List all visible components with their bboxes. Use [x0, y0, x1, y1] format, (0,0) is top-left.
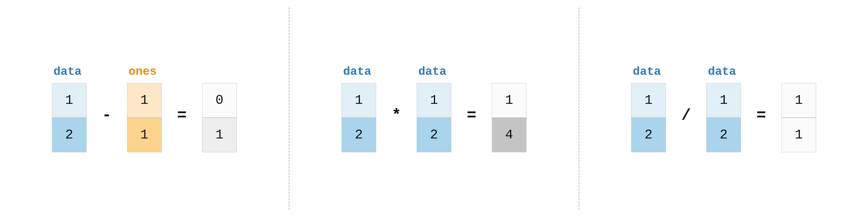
array-cell: 2: [417, 118, 451, 152]
diagram-canvas: data 1 2 - ones 1 1 = . 0 1 data: [0, 0, 868, 217]
operand-right: ones 1 1: [127, 65, 162, 152]
operand-left: data 1 2: [631, 65, 666, 152]
operand-left: data 1 2: [52, 65, 87, 152]
array-cell: 1: [706, 83, 741, 118]
array-cell: 0: [202, 83, 237, 118]
array-cell: 2: [52, 118, 87, 152]
array-cell: 1: [52, 83, 87, 118]
array: 1 2: [706, 83, 741, 152]
operand-left: data 1 2: [342, 65, 376, 152]
array: 1 1: [781, 83, 816, 152]
array-label: data: [52, 65, 82, 78]
array: 1 2: [631, 83, 666, 152]
array-label: ones: [127, 65, 157, 78]
array-label: data: [631, 65, 661, 78]
array-label: data: [706, 65, 736, 78]
result: . 1 4: [492, 65, 526, 152]
operator-divide: /: [679, 106, 693, 124]
array-cell: 2: [342, 118, 376, 152]
result: . 1 1: [781, 65, 816, 152]
array-cell: 1: [417, 83, 451, 118]
operator-equals: =: [175, 106, 189, 124]
panel-multiply: data 1 2 * data 1 2 = . 1 4: [342, 65, 526, 152]
array-cell: 1: [127, 83, 162, 118]
array: 1 2: [52, 83, 87, 152]
array-cell: 1: [631, 83, 666, 118]
operand-right: data 1 2: [706, 65, 741, 152]
array-cell: 4: [492, 118, 526, 152]
array-label: data: [417, 65, 446, 78]
operator-minus: -: [99, 106, 114, 124]
array-cell: 1: [492, 83, 526, 118]
array: 1 2: [417, 83, 451, 152]
divider: [288, 7, 289, 210]
operator-equals: =: [754, 106, 769, 124]
array-cell: 1: [202, 118, 237, 152]
array: 1 1: [127, 83, 162, 152]
array-label: data: [342, 65, 371, 78]
array-cell: 1: [781, 83, 816, 118]
array: 1 2: [342, 83, 376, 152]
array: 1 4: [492, 83, 526, 152]
operand-right: data 1 2: [417, 65, 451, 152]
operator-times: *: [389, 106, 404, 124]
array-cell: 2: [631, 118, 666, 152]
panel-divide: data 1 2 / data 1 2 = . 1 1: [631, 65, 816, 152]
array: 0 1: [202, 83, 237, 152]
array-cell: 1: [342, 83, 376, 118]
array-cell: 1: [781, 118, 816, 152]
array-cell: 2: [706, 118, 741, 152]
panel-subtract: data 1 2 - ones 1 1 = . 0 1: [52, 65, 237, 152]
array-cell: 1: [127, 118, 162, 152]
result: . 0 1: [202, 65, 237, 152]
divider: [579, 7, 580, 210]
operator-equals: =: [464, 106, 479, 124]
